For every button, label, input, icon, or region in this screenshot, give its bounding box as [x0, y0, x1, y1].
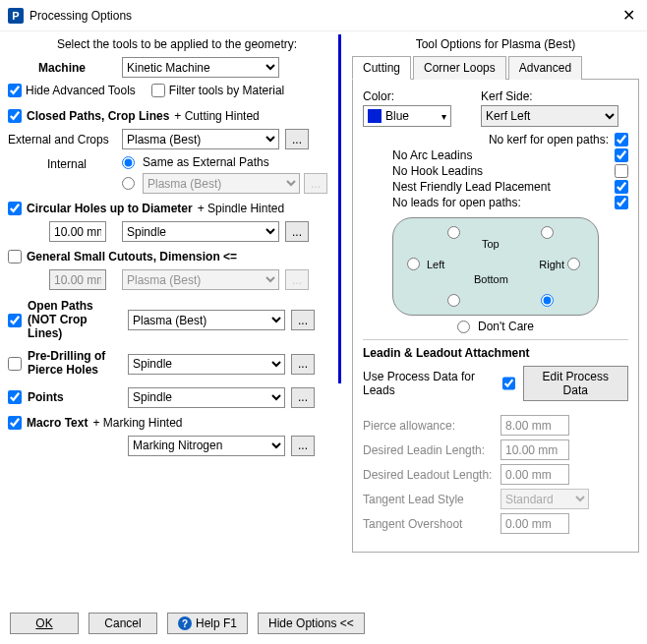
- leadout-length-input: [500, 464, 569, 485]
- right-title: Tool Options for Plasma (Best): [352, 37, 639, 51]
- predrill-label-2: Pierce Holes: [28, 364, 122, 378]
- leadin-length-label: Desired Leadin Length:: [363, 443, 500, 457]
- help-icon: ?: [178, 616, 192, 630]
- circular-tool-select[interactable]: Spindle: [122, 221, 279, 242]
- macro-text-hint: + Marking Hinted: [92, 416, 182, 430]
- lead-dont-care-label: Don't Care: [478, 320, 534, 333]
- chevron-down-icon: ▾: [441, 111, 446, 122]
- small-cutouts-checkbox[interactable]: [8, 250, 22, 263]
- no-hook-leadins-checkbox[interactable]: [615, 164, 628, 178]
- ok-button[interactable]: OK: [10, 613, 79, 634]
- hide-advanced-label: Hide Advanced Tools: [26, 84, 136, 97]
- filter-material-label: Filter tools by Material: [169, 84, 284, 97]
- lead-top-right-radio[interactable]: [541, 226, 558, 239]
- tangent-style-label: Tangent Lead Style: [363, 493, 500, 506]
- no-leads-open-label: No leads for open paths:: [392, 196, 521, 209]
- no-kerf-open-label: No kerf for open paths:: [489, 133, 609, 146]
- leadout-length-label: Desired Leadout Length:: [363, 468, 500, 482]
- no-kerf-open-checkbox[interactable]: [615, 133, 628, 146]
- closed-paths-hint: + Cutting Hinted: [174, 109, 259, 123]
- tab-cutting[interactable]: Cutting: [352, 56, 411, 80]
- open-paths-more-button[interactable]: ...: [291, 310, 315, 330]
- color-swatch: [368, 109, 382, 123]
- predrill-checkbox[interactable]: [8, 357, 22, 371]
- small-cutouts-dim-input: [49, 269, 106, 290]
- edit-process-data-button[interactable]: Edit Process Data: [523, 366, 628, 401]
- closed-paths-label: Closed Paths, Crop Lines: [27, 109, 169, 123]
- points-tool-select[interactable]: Spindle: [128, 387, 285, 408]
- open-paths-checkbox[interactable]: [8, 314, 22, 327]
- pierce-allowance-input: [500, 415, 569, 436]
- closed-paths-checkbox[interactable]: [8, 109, 22, 123]
- lead-bottom-right-radio[interactable]: [541, 294, 558, 307]
- hide-advanced-checkbox[interactable]: Hide Advanced Tools: [8, 84, 136, 97]
- no-leads-open-checkbox[interactable]: [615, 196, 628, 209]
- no-arc-leadins-checkbox[interactable]: [615, 148, 628, 162]
- machine-label: Machine: [8, 61, 116, 75]
- lead-top-label: Top: [482, 238, 500, 250]
- lead-right-radio[interactable]: Right: [539, 258, 584, 270]
- same-as-external-radio[interactable]: Same as External Paths: [122, 155, 327, 169]
- circular-diameter-input[interactable]: [49, 221, 106, 242]
- macro-text-more-button[interactable]: ...: [291, 436, 315, 456]
- use-process-checkbox[interactable]: [502, 377, 515, 390]
- lead-dont-care-radio[interactable]: [457, 321, 470, 333]
- use-process-label: Use Process Data for Leads: [363, 370, 495, 397]
- points-checkbox[interactable]: [8, 390, 22, 404]
- internal-tool-select: Plasma (Best): [143, 173, 300, 194]
- predrill-tool-select[interactable]: Spindle: [128, 354, 285, 375]
- external-crops-more-button[interactable]: ...: [285, 129, 309, 149]
- cancel-button[interactable]: Cancel: [88, 613, 157, 634]
- tangent-style-select: Standard: [500, 489, 589, 509]
- predrill-more-button[interactable]: ...: [291, 354, 315, 375]
- close-icon[interactable]: ✕: [618, 6, 639, 25]
- predrill-label-1: Pre-Drilling of: [28, 350, 122, 364]
- leadin-length-input: [500, 439, 569, 460]
- lead-position-box: Top Left Right Bottom: [392, 217, 599, 316]
- macro-text-tool-select[interactable]: Marking Nitrogen: [128, 436, 285, 456]
- circular-holes-hint: + Spindle Hinted: [198, 202, 284, 215]
- tab-corner-loops[interactable]: Corner Loops: [413, 56, 506, 80]
- kerf-side-select[interactable]: Kerf Left: [481, 105, 618, 127]
- no-hook-leadins-label: No Hook Leadins: [392, 164, 483, 178]
- help-button[interactable]: ?Help F1: [167, 613, 248, 635]
- tangent-overshoot-label: Tangent Overshoot: [363, 517, 500, 531]
- color-select[interactable]: Blue ▾: [363, 105, 451, 127]
- app-icon: P: [8, 8, 24, 24]
- color-label: Color:: [363, 89, 451, 103]
- pierce-allowance-label: Pierce allowance:: [363, 419, 500, 433]
- circular-holes-checkbox[interactable]: [8, 202, 22, 215]
- lead-bottom-left-radio[interactable]: [447, 294, 464, 307]
- small-cutouts-tool-select: Plasma (Best): [122, 269, 279, 290]
- lead-left-radio[interactable]: Left: [407, 258, 444, 270]
- macro-text-checkbox[interactable]: [8, 416, 22, 430]
- kerf-side-label: Kerf Side:: [481, 89, 618, 103]
- leadin-section-header: Leadin & Leadout Attachment: [363, 339, 628, 360]
- lead-top-left-radio[interactable]: [447, 226, 464, 239]
- internal-custom-radio[interactable]: [122, 177, 135, 190]
- left-subtitle: Select the tools to be applied to the ge…: [8, 37, 346, 51]
- no-arc-leadins-label: No Arc Leadins: [392, 148, 472, 162]
- open-paths-tool-select[interactable]: Plasma (Best): [128, 310, 285, 330]
- small-cutouts-label: General Small Cutouts, Dimension <=: [27, 250, 237, 263]
- internal-label: Internal: [8, 155, 116, 171]
- external-crops-label: External and Crops: [8, 133, 116, 146]
- nest-friendly-label: Nest Friendly Lead Placement: [392, 180, 551, 194]
- filter-material-checkbox[interactable]: Filter tools by Material: [151, 84, 284, 97]
- internal-more-button: ...: [304, 173, 327, 194]
- tab-advanced[interactable]: Advanced: [508, 56, 582, 80]
- nest-friendly-checkbox[interactable]: [615, 180, 628, 194]
- divider-bar: [338, 34, 341, 383]
- tangent-overshoot-input: [500, 513, 569, 534]
- circular-holes-label: Circular Holes up to Diameter: [27, 202, 193, 215]
- points-label: Points: [28, 390, 122, 404]
- points-more-button[interactable]: ...: [291, 387, 315, 408]
- open-paths-label-2: (NOT Crop Lines): [28, 314, 122, 341]
- lead-bottom-label: Bottom: [474, 273, 508, 285]
- circular-more-button[interactable]: ...: [285, 221, 309, 242]
- open-paths-label-1: Open Paths: [28, 300, 122, 314]
- external-crops-select[interactable]: Plasma (Best): [122, 129, 279, 149]
- hide-options-button[interactable]: Hide Options <<: [258, 613, 365, 634]
- machine-select[interactable]: Kinetic Machine: [122, 57, 279, 78]
- window-title: Processing Options: [29, 9, 618, 23]
